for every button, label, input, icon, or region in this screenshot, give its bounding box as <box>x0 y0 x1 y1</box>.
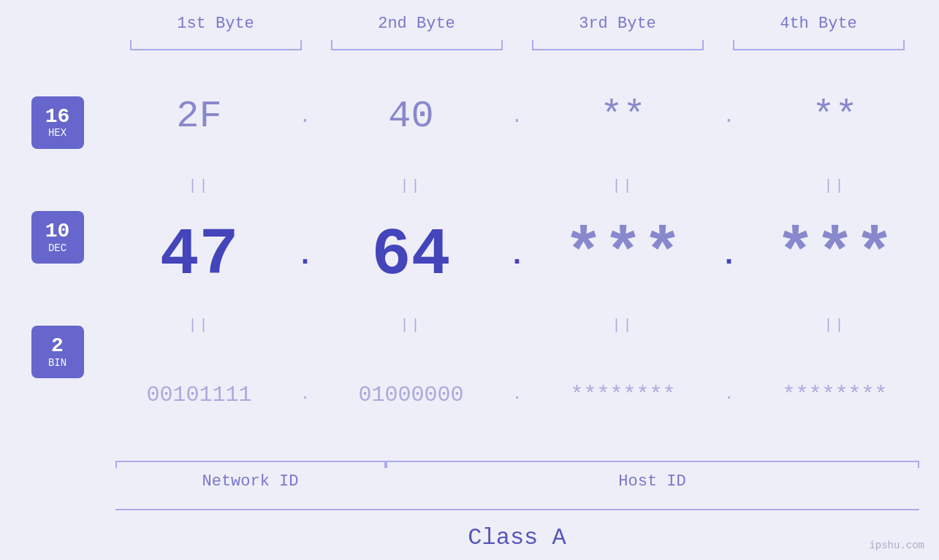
bin-b2-cell: 01000000 <box>316 383 506 407</box>
hex-b4: ** <box>812 95 857 138</box>
bin-b3: ******** <box>570 383 675 407</box>
dec-dot-1: . <box>294 239 316 272</box>
bin-b1: 00101111 <box>146 383 251 407</box>
eq2-b1: || <box>104 316 294 334</box>
dec-b1-cell: 47 <box>104 223 294 288</box>
bin-badge-label: BIN <box>48 358 66 369</box>
bottom-section: Network ID Host ID <box>115 453 919 505</box>
hex-b1: 2F <box>176 95 221 138</box>
bracket-1 <box>123 37 309 50</box>
eq1-b4: || <box>740 177 930 195</box>
hex-b3: ** <box>600 95 645 138</box>
dec-b2-cell: 64 <box>316 223 506 288</box>
dec-badge-label: DEC <box>48 243 66 254</box>
hex-dot-1: . <box>294 105 316 128</box>
badge-column: 16 HEX 10 DEC 2 BIN <box>31 58 104 453</box>
byte4-label: 4th Byte <box>718 15 919 37</box>
hex-b3-cell: ** <box>528 95 718 138</box>
bracket-4 <box>726 37 912 50</box>
host-id-label: Host ID <box>386 472 919 491</box>
network-bracket <box>115 453 386 468</box>
bin-row: 00101111 . 01000000 . ******** . <box>104 336 930 453</box>
watermark: ipshu.com <box>869 540 924 551</box>
bin-badge-number: 2 <box>51 335 64 358</box>
bin-b2: 01000000 <box>358 383 463 407</box>
hex-b1-cell: 2F <box>104 95 294 138</box>
dec-b3-cell: *** <box>528 218 718 293</box>
hex-badge-label: HEX <box>48 128 66 139</box>
dec-dot-2: . <box>506 239 528 272</box>
equals-row-2: || || || || <box>104 314 930 336</box>
bin-dot-3: . <box>718 386 740 404</box>
byte-labels: 1st Byte 2nd Byte 3rd Byte 4th Byte <box>115 15 919 37</box>
class-label: Class A <box>115 516 919 560</box>
eq2-b4: || <box>740 316 930 334</box>
eq1-b1: || <box>104 177 294 195</box>
equals-row-1: || || || || <box>104 175 930 197</box>
hex-b2-cell: 40 <box>316 95 506 138</box>
byte3-label: 3rd Byte <box>517 15 718 37</box>
dec-b2: 64 <box>371 218 450 293</box>
bin-b1-cell: 00101111 <box>104 383 294 407</box>
host-bracket <box>386 453 919 468</box>
eq2-b3: || <box>528 316 718 334</box>
bin-dot-2: . <box>506 386 528 404</box>
byte2-label: 2nd Byte <box>316 15 517 37</box>
dec-b4-cell: *** <box>740 218 930 293</box>
network-id-label: Network ID <box>115 472 386 491</box>
hex-badge-number: 16 <box>45 106 70 129</box>
bin-badge: 2 BIN <box>31 326 84 378</box>
data-columns: 2F . 40 . ** . ** <box>104 58 930 453</box>
dec-badge: 10 DEC <box>31 211 84 264</box>
content-area: 16 HEX 10 DEC 2 BIN 2F . <box>31 58 930 453</box>
bin-dot-1: . <box>294 386 316 404</box>
bracket-2 <box>324 37 510 50</box>
main-container: 1st Byte 2nd Byte 3rd Byte 4th Byte 16 H… <box>0 0 939 560</box>
hex-b4-cell: ** <box>740 95 930 138</box>
hex-b2: 40 <box>388 95 433 138</box>
dec-row: 47 . 64 . *** . *** <box>104 197 930 315</box>
class-line <box>115 509 919 510</box>
hex-dot-2: . <box>506 105 528 128</box>
bracket-row <box>115 37 919 50</box>
dec-b4: *** <box>775 218 894 293</box>
eq1-b2: || <box>316 177 506 195</box>
eq2-b2: || <box>316 316 506 334</box>
hex-dot-3: . <box>718 105 740 128</box>
dec-dot-3: . <box>718 239 740 272</box>
bin-b4: ******** <box>782 383 887 407</box>
dec-b1: 47 <box>159 218 238 293</box>
eq1-b3: || <box>528 177 718 195</box>
dec-b3: *** <box>563 218 682 293</box>
bin-b3-cell: ******** <box>528 383 718 407</box>
bin-b4-cell: ******** <box>740 383 930 407</box>
hex-row: 2F . 40 . ** . ** <box>104 58 930 175</box>
bracket-3 <box>525 37 711 50</box>
byte1-label: 1st Byte <box>115 15 316 37</box>
hex-badge: 16 HEX <box>31 96 84 149</box>
dec-badge-number: 10 <box>45 220 70 243</box>
class-section: Class A <box>115 509 919 560</box>
